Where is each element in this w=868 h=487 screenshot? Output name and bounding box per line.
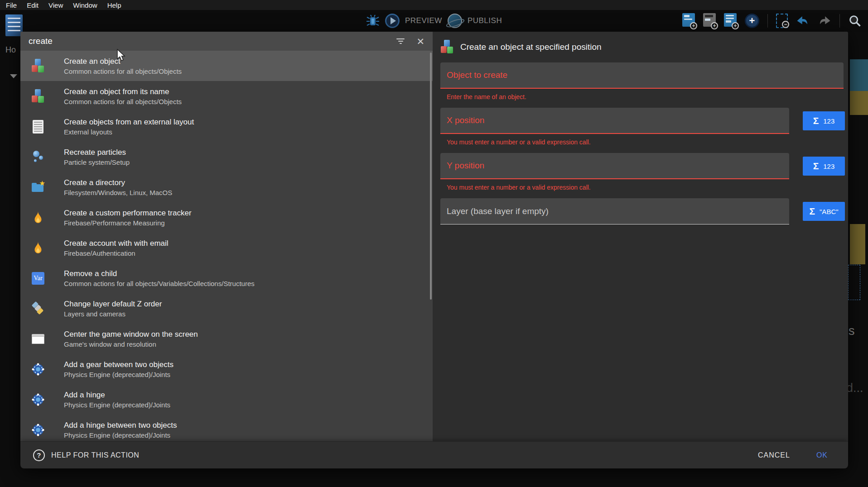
firebase-icon [30,240,46,256]
list-item[interactable]: Add a hinge between two objectsPhysics E… [20,415,433,441]
folder-icon: ★ [30,180,46,195]
list-item[interactable]: Create account with with emailFirebase/A… [20,233,433,263]
add-other-event-icon[interactable]: + [745,14,759,28]
action-list: Create an objectCommon actions for all o… [20,51,433,441]
objects-icon [30,58,46,74]
search-toolbar-icon[interactable] [848,14,862,28]
y-position-label: Y position [447,161,484,171]
menu-help[interactable]: Help [102,1,126,9]
add-comment-icon[interactable]: + [703,13,716,29]
object-helper-text: Enter the name of an object. [447,93,848,100]
menu-edit[interactable]: Edit [22,1,43,9]
sigma-icon: Σ [813,115,819,126]
x-expression-button[interactable]: Σ 123 [803,111,845,130]
help-icon: ? [33,449,45,461]
firebase-icon [30,210,46,225]
y-error-text: You must enter a number or a valid expre… [447,184,848,191]
panel-title: Create an object at specified position [460,42,602,52]
list-item[interactable]: Create an object from its nameCommon act… [20,81,433,111]
dismiss-selection-icon[interactable]: − [776,14,788,28]
list-item[interactable]: Add a hingePhysics Engine (deprecated)/J… [20,384,433,415]
list-item[interactable]: Center the game window on the screenGame… [20,324,433,354]
action-list-panel: ✕ Create an objectCommon actions for all… [20,32,433,441]
sigma-icon: Σ [809,206,815,217]
physics-icon [30,392,46,407]
toolbar-separator [767,14,768,28]
objects-icon [440,40,454,54]
zorder-icon [30,301,46,316]
panel-header: Create an object at specified position [440,39,848,55]
preview-label[interactable]: PREVIEW [405,16,442,25]
preview-play-icon[interactable] [385,14,400,28]
list-item[interactable]: Create an objectCommon actions for all o… [20,51,433,81]
redo-icon[interactable] [818,15,831,27]
list-scrollbar[interactable] [430,53,432,300]
chevron-down-icon [10,74,17,78]
action-details-panel: Create an object at specified position O… [433,32,848,441]
ok-button[interactable]: OK [816,451,828,459]
y-expression-button[interactable]: Σ 123 [803,157,845,176]
add-event-icon[interactable]: + [682,13,695,29]
list-item[interactable]: Create objects from an external layoutEx… [20,111,433,142]
layer-expression-button[interactable]: Σ "ABC" [803,202,845,221]
background-partial-text: s [849,324,855,338]
menu-view[interactable]: View [43,1,68,9]
scene-object-olive [850,224,865,264]
list-item[interactable]: Var Remove a childCommon actions for all… [20,263,433,293]
object-to-create-field[interactable]: Object to create [440,62,844,89]
list-item[interactable]: Recreate particlesParticle system/Setup [20,142,433,172]
physics-icon [30,362,46,377]
menu-file[interactable]: File [1,1,22,9]
list-item[interactable]: Add a gear between two objectsPhysics En… [20,354,433,384]
home-tab-partial: Ho [5,45,16,55]
objects-icon [30,89,46,104]
add-subevent-icon[interactable]: + [724,13,737,29]
variable-icon: Var [30,271,46,286]
debug-icon[interactable] [366,14,380,28]
x-error-text: You must enter a number or a valid expre… [447,138,848,146]
background-partial-text: d... [846,381,863,395]
x-position-label: X position [447,115,484,125]
physics-icon [30,422,46,438]
menu-bar: File Edit View Window Help [0,0,868,10]
scene-selection-outline [848,265,860,300]
layer-field[interactable]: Layer (base layer if empty) [440,198,789,224]
x-position-field[interactable]: X position [440,108,789,134]
scene-object-teal [850,59,868,91]
search-bar: ✕ [20,32,433,51]
object-to-create-label: Object to create [447,70,507,80]
toolbar-center: PREVIEW PUBLISH [366,10,502,32]
choose-action-dialog: ✕ Create an objectCommon actions for all… [20,32,848,468]
menu-window[interactable]: Window [68,1,102,9]
list-item[interactable]: Create a custom performance trackerFireb… [20,202,433,233]
publish-label[interactable]: PUBLISH [468,16,502,25]
window-icon [30,331,46,347]
toolbar-separator [839,14,840,28]
mouse-cursor [116,49,126,62]
layer-label: Layer (base layer if empty) [447,206,549,216]
external-layout-icon [30,119,46,134]
undo-icon[interactable] [796,15,810,27]
sigma-icon: Σ [813,161,819,172]
particles-icon [30,149,46,165]
scene-object-olive [850,91,868,115]
help-label: HELP FOR THIS ACTION [51,451,139,459]
toolbar-right: + + + + − [682,10,862,32]
cancel-button[interactable]: CANCEL [758,451,790,459]
filter-icon[interactable] [396,38,405,44]
publish-globe-icon[interactable] [448,14,462,28]
help-button[interactable]: ? HELP FOR THIS ACTION [33,449,139,461]
list-item[interactable]: ★ Create a directoryFilesystem/Windows, … [20,172,433,202]
list-item[interactable]: Change layer default Z orderLayers and c… [20,293,433,324]
toolbar: PREVIEW PUBLISH + + + + − [0,10,868,32]
search-input[interactable] [29,36,396,46]
close-icon[interactable]: ✕ [416,37,424,46]
y-position-field[interactable]: Y position [440,153,789,179]
dialog-footer: ? HELP FOR THIS ACTION CANCEL OK [20,441,848,468]
